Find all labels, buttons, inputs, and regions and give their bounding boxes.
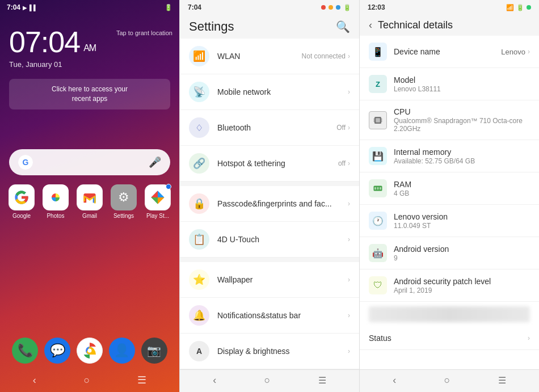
app-photos-label: Photos: [47, 213, 64, 219]
mic-icon[interactable]: 🎤: [149, 156, 161, 168]
ram-sublabel: 4 GB: [394, 189, 530, 197]
settings-status-time: 7:04: [188, 3, 201, 11]
recents-button[interactable]: ☰: [137, 374, 146, 386]
settings-item-hotspot[interactable]: 🔗 Hotspot & tethering off ›: [180, 146, 359, 182]
tech-status-label: Status: [369, 334, 525, 343]
app-gmail[interactable]: Gmail: [75, 184, 104, 219]
model-content: Model Lenovo L38111: [394, 75, 530, 93]
tech-home-button[interactable]: ○: [444, 374, 450, 386]
settings-item-wallpaper[interactable]: ⭐ Wallpaper ›: [180, 262, 359, 298]
lenovo-version-content: Lenovo version 11.0.049 ST: [394, 212, 530, 230]
settings-back-button[interactable]: ‹: [213, 374, 216, 386]
bluetooth-chevron: ›: [348, 124, 350, 132]
clock-date: Tue, January 01: [9, 60, 170, 69]
notifications-icon: 🔔: [189, 305, 209, 326]
device-name-value: Lenovo: [501, 48, 525, 56]
bluetooth-icon: ♢: [189, 117, 209, 138]
model-sublabel: Lenovo L38111: [394, 85, 530, 93]
security-patch-label: Android security patch level: [394, 277, 530, 286]
settings-item-bluetooth[interactable]: ♢ Bluetooth Off ›: [180, 110, 359, 146]
app-grid: Google Photos Gmail ⚙ Settings Play: [0, 184, 179, 219]
cpu-content: CPU Qualcomm® Snapdragon™ 710 Octa-core …: [394, 107, 530, 133]
tech-header: ‹ Technical details: [360, 14, 539, 36]
settings-recents-button[interactable]: ☰: [318, 375, 326, 386]
settings-item-wlan[interactable]: 📶 WLAN Not connected ›: [180, 39, 359, 74]
svg-rect-13: [374, 187, 376, 190]
notifications-chevron: ›: [348, 311, 350, 319]
wlan-label: WLAN: [217, 52, 302, 61]
tech-status-row[interactable]: Status ›: [360, 327, 539, 350]
mobile-icon: 📡: [189, 82, 209, 102]
settings-nav-bar: ‹ ○ ☰: [180, 369, 359, 392]
device-name-label: Device name: [394, 47, 496, 56]
svg-rect-14: [377, 187, 379, 190]
mobile-label: Mobile network: [217, 87, 348, 96]
app-photos[interactable]: Photos: [41, 184, 70, 219]
tech-item-device-name[interactable]: 📱 Device name Lenovo ›: [360, 36, 539, 68]
app-google-label: Google: [12, 213, 31, 219]
display-icon: A: [189, 341, 209, 361]
ram-icon: [369, 179, 387, 197]
settings-spacer-2: [180, 258, 359, 262]
dock-phone[interactable]: 📞: [12, 338, 38, 364]
touch-label: 4D U-Touch: [217, 235, 348, 244]
home-nav-bar: ‹ ○ ☰: [0, 369, 179, 392]
recent-apps-button[interactable]: Click here to access your recent apps: [9, 79, 170, 109]
dock-chrome[interactable]: [77, 338, 103, 364]
dock-contacts[interactable]: 👤: [109, 338, 135, 364]
settings-search-button[interactable]: 🔍: [336, 20, 350, 33]
svg-text:G: G: [23, 158, 29, 167]
settings-header: Settings 🔍: [180, 14, 359, 39]
svg-rect-15: [380, 187, 381, 190]
tech-item-memory: 💾 Internal memory Available: 52.75 GB/64…: [360, 140, 539, 172]
app-google[interactable]: Google: [7, 184, 36, 219]
app-play-label: Play St...: [146, 213, 169, 219]
wallpaper-label: Wallpaper: [217, 275, 348, 284]
battery-status-icon: 🔋: [516, 4, 524, 11]
tech-panel: 12:03 📶 🔋 ‹ Technical details 📱 Device n…: [359, 0, 539, 392]
tech-status-time: 12:03: [368, 3, 385, 11]
settings-home-button[interactable]: ○: [264, 374, 271, 386]
wlan-icon: 📶: [189, 46, 209, 66]
settings-item-touch[interactable]: 📋 4D U-Touch ›: [180, 222, 359, 258]
tech-nav-bar: ‹ ○ ☰: [360, 369, 539, 392]
ram-label: RAM: [394, 180, 530, 189]
home-status-bar: 7:04 ▶ ▌▌ 🔋: [0, 0, 179, 14]
tech-item-cpu: CPU Qualcomm® Snapdragon™ 710 Octa-core …: [360, 100, 539, 140]
mobile-chevron: ›: [348, 88, 350, 96]
play-badge: [166, 184, 171, 189]
settings-item-display[interactable]: A Display & brightness ›: [180, 334, 359, 369]
tech-back-nav-button[interactable]: ‹: [393, 374, 396, 386]
dock-messages[interactable]: 💬: [44, 338, 70, 364]
wallpaper-icon: ⭐: [189, 269, 209, 290]
svg-rect-5: [376, 118, 380, 123]
settings-spacer-1: [180, 182, 359, 186]
search-bar[interactable]: G 🎤: [9, 149, 170, 175]
home-button[interactable]: ○: [84, 374, 90, 386]
dot-red: [321, 5, 326, 10]
display-label: Display & brightness: [217, 347, 348, 356]
passcode-icon: 🔒: [189, 193, 209, 214]
notifications-label: Notifications&status bar: [217, 311, 348, 320]
tech-recents-button[interactable]: ☰: [498, 375, 506, 386]
settings-panel: 7:04 🔋 Settings 🔍 📶 WLAN Not connected ›…: [179, 0, 359, 392]
android-version-label: Android version: [394, 245, 530, 254]
back-button[interactable]: ‹: [33, 374, 36, 386]
settings-item-notifications[interactable]: 🔔 Notifications&status bar ›: [180, 298, 359, 334]
svg-point-3: [87, 349, 91, 353]
location-tap[interactable]: Tap to grant location: [116, 29, 172, 36]
tech-item-ram: RAM 4 GB: [360, 172, 539, 205]
memory-icon: 💾: [369, 147, 387, 165]
settings-item-passcode[interactable]: 🔒 Passcode&fingerprints and fac... ›: [180, 186, 359, 222]
bluetooth-label: Bluetooth: [217, 123, 336, 132]
lenovo-version-label: Lenovo version: [394, 212, 530, 221]
tech-back-button[interactable]: ‹: [369, 19, 372, 31]
wallpaper-chevron: ›: [348, 276, 350, 284]
memory-content: Internal memory Available: 52.75 GB/64 G…: [394, 147, 530, 165]
device-name-content: Device name: [394, 47, 496, 56]
app-play[interactable]: Play St...: [143, 184, 172, 219]
settings-item-mobile[interactable]: 📡 Mobile network ›: [180, 74, 359, 110]
dock-camera[interactable]: 📷: [141, 338, 167, 364]
android-version-sublabel: 9: [394, 254, 530, 262]
app-settings[interactable]: ⚙ Settings: [109, 184, 138, 219]
